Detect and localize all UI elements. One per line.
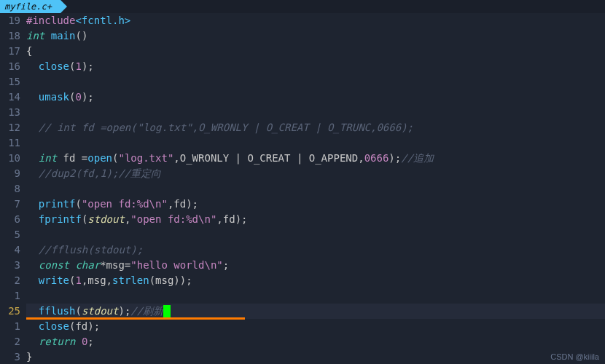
line-number: 1 bbox=[0, 288, 20, 304]
code-line bbox=[26, 74, 605, 90]
code-line: printf("open fd:%d\n",fd); bbox=[26, 197, 605, 212]
line-number: 13 bbox=[0, 105, 20, 120]
line-number: 11 bbox=[0, 135, 20, 151]
line-number: 8 bbox=[0, 181, 20, 197]
code-line: //fflush(stdout); bbox=[26, 242, 605, 258]
line-number-gutter: 19 18 17 16 15 14 13 12 11 10 9 8 7 6 5 … bbox=[0, 13, 26, 364]
code-line: int main() bbox=[26, 28, 605, 44]
line-number: 4 bbox=[0, 242, 20, 258]
editor[interactable]: 19 18 17 16 15 14 13 12 11 10 9 8 7 6 5 … bbox=[0, 13, 605, 364]
line-number: 1 bbox=[0, 319, 20, 334]
code-line: //dup2(fd,1);//重定向 bbox=[26, 166, 605, 181]
line-number: 17 bbox=[0, 44, 20, 59]
line-number: 12 bbox=[0, 120, 20, 135]
line-number: 6 bbox=[0, 212, 20, 227]
line-number: 14 bbox=[0, 90, 20, 105]
line-number: 10 bbox=[0, 151, 20, 166]
code-line: fprintf(stdout,"open fd:%d\n",fd); bbox=[26, 212, 605, 227]
line-number: 2 bbox=[0, 334, 20, 349]
line-number: 7 bbox=[0, 197, 20, 212]
code-line: close(fd); bbox=[26, 319, 605, 334]
code-line bbox=[26, 288, 605, 304]
code-line: write(1,msg,strlen(msg)); bbox=[26, 273, 605, 288]
code-line: int fd =open("log.txt",O_WRONLY | O_CREA… bbox=[26, 151, 605, 166]
line-number: 16 bbox=[0, 59, 20, 74]
line-number: 2 bbox=[0, 273, 20, 288]
code-line bbox=[26, 181, 605, 197]
watermark: CSDN @kiiila bbox=[550, 352, 599, 361]
code-line: close(1); bbox=[26, 59, 605, 74]
cursor bbox=[163, 305, 171, 318]
line-number: 19 bbox=[0, 13, 20, 28]
code-area[interactable]: #include<fcntl.h> int main() { close(1);… bbox=[26, 13, 605, 364]
line-number: 18 bbox=[0, 28, 20, 44]
tab-bar: myfile.c+ bbox=[0, 0, 605, 13]
line-number: 3 bbox=[0, 349, 20, 364]
code-line: } bbox=[26, 349, 605, 364]
line-number: 3 bbox=[0, 258, 20, 273]
code-line bbox=[26, 227, 605, 242]
code-line: #include<fcntl.h> bbox=[26, 13, 605, 28]
code-line-current: fflush(stdout);//刷新 bbox=[26, 304, 605, 319]
code-line: return 0; bbox=[26, 334, 605, 349]
code-line: const char*msg="hello world\n"; bbox=[26, 258, 605, 273]
code-line: { bbox=[26, 44, 605, 59]
code-line bbox=[26, 135, 605, 151]
line-number: 9 bbox=[0, 166, 20, 181]
code-line bbox=[26, 105, 605, 120]
line-number-current: 25 bbox=[0, 304, 20, 319]
code-line: umask(0); bbox=[26, 90, 605, 105]
line-number: 5 bbox=[0, 227, 20, 242]
line-number: 15 bbox=[0, 74, 20, 90]
code-line: // int fd =open("log.txt",O_WRONLY | O_C… bbox=[26, 120, 605, 135]
file-tab[interactable]: myfile.c+ bbox=[0, 0, 60, 13]
